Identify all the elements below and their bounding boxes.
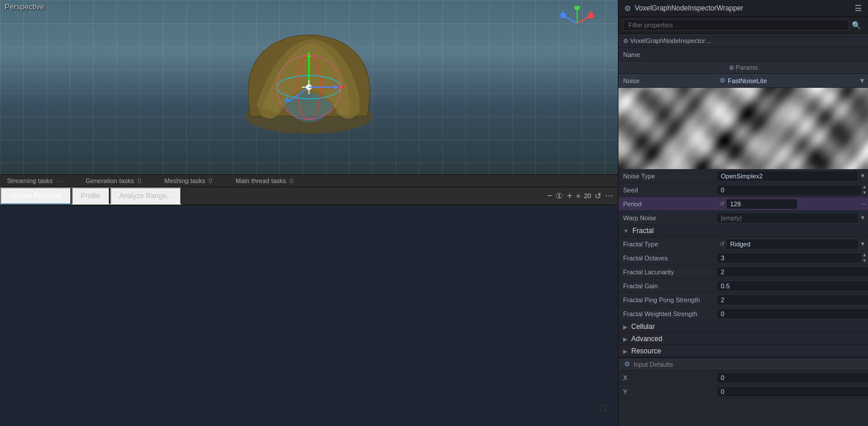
warp-noise-label: Warp Noise (618, 212, 717, 224)
x-label: X (618, 372, 717, 384)
analyze-range-tab[interactable]: Analyze Range... (110, 187, 182, 205)
seed-down[interactable]: ▼ (861, 190, 868, 196)
svg-text:Z: Z (561, 9, 564, 15)
generation-value: 0 (137, 177, 141, 184)
wrapper-name-text: VoxelGraphNodeInspectorWrapper (630, 37, 717, 44)
fractal-type-row: Fractal Type ↺ Ridged ▼ (618, 237, 868, 251)
noise-type-arrow[interactable]: ▼ (858, 173, 868, 179)
y-value: 0 (717, 387, 868, 396)
wrapper-row: ⚙ VoxelGraphNodeInspectorWrapper (618, 34, 868, 48)
seed-value: 0 ▲ ▼ (717, 184, 868, 196)
layout-icon[interactable]: ⌖ (576, 191, 581, 201)
period-number[interactable]: 128 (727, 199, 797, 209)
warp-noise-arrow[interactable]: ▼ (858, 214, 868, 221)
x-number[interactable]: 0 (717, 373, 868, 382)
noise-dropdown-arrow[interactable]: ▼ (856, 77, 868, 85)
fractal-arrow-icon: ▼ (623, 228, 629, 234)
noise-canvas (618, 88, 868, 169)
name-row: Name (618, 48, 868, 62)
main-thread-value: 0 (290, 177, 293, 184)
seed-number[interactable]: 0 (717, 185, 861, 195)
fractal-octaves-spinner[interactable]: ▲ ▼ (861, 252, 868, 264)
resource-section-header[interactable]: ▶ Resource (618, 345, 868, 357)
fractal-section-header[interactable]: ▼ Fractal (618, 225, 868, 237)
fractal-type-reset-icon[interactable]: ↺ (717, 241, 727, 247)
inspector-filter: 🔍 (618, 17, 868, 34)
zoom-value: 20 (584, 192, 591, 199)
inspector-title-text: VoxelGraphNodeInspectorWrapper (635, 4, 744, 12)
profile-tab[interactable]: Profile (72, 187, 110, 205)
x-value: 0 (717, 373, 868, 382)
toolbar-icons: − ① + ⌖ 20 ↺ ⋯ (542, 191, 618, 201)
fractal-weighted-number[interactable]: 0 (717, 309, 868, 318)
meshing-tasks: Meshing tasks 0 (165, 177, 212, 184)
svg-line-22 (564, 16, 577, 23)
period-row: Period ↺ 128 — (618, 197, 868, 211)
y-number[interactable]: 0 (717, 387, 868, 396)
noise-type-label: Noise Type (618, 170, 717, 182)
fractal-type-value: ↺ Ridged ▼ (717, 239, 868, 249)
meshing-label: Meshing tasks (165, 177, 205, 184)
inspector-settings-icon[interactable]: ☰ (855, 3, 862, 13)
noise-type-text: OpenSimplex2 (717, 171, 858, 181)
input-defaults-label: Input Defaults (634, 361, 673, 368)
minus-icon[interactable]: − (547, 191, 552, 201)
main-thread-tasks: Main thread tasks 0 (236, 177, 293, 184)
corner-marker: □ (600, 402, 606, 414)
viewport-label: Perspective (5, 2, 44, 11)
wrapper-icon: ⚙ (623, 38, 628, 44)
update-previews-tab[interactable]: Update Previews (0, 187, 72, 205)
x-row: X 0 (618, 371, 868, 385)
seed-spinner[interactable]: ▲ ▼ (861, 184, 868, 196)
plus-icon[interactable]: + (567, 191, 572, 201)
fractal-octaves-up[interactable]: ▲ (861, 252, 868, 258)
fractal-ping-pong-value: 2 (717, 295, 868, 305)
fractal-octaves-number[interactable]: 3 (717, 253, 861, 263)
period-label: Period (618, 198, 717, 210)
period-value: ↺ 128 — (717, 199, 868, 209)
seed-up[interactable]: ▲ (861, 184, 868, 190)
cellular-label: Cellular (631, 323, 655, 331)
viewport: Perspective X Y Z (0, 0, 618, 174)
fractal-weighted-label: Fractal Weighted Strength (618, 308, 717, 320)
fractal-label: Fractal (632, 227, 654, 235)
noise-type-row: Noise Type OpenSimplex2 ▼ (618, 169, 868, 183)
generation-label: Generation tasks (86, 177, 134, 184)
toolbar-strip: Update Previews Profile Analyze Range...… (0, 187, 618, 205)
fractal-type-text: Ridged (727, 239, 858, 249)
fractal-type-label: Fractal Type (618, 238, 717, 250)
noise-type-value: OpenSimplex2 ▼ (717, 171, 868, 181)
y-label: Y (618, 386, 717, 398)
filter-input[interactable] (623, 19, 849, 31)
main-thread-label: Main thread tasks (236, 177, 286, 184)
period-reset-icon[interactable]: ↺ (717, 201, 727, 207)
3d-mesh (233, 23, 385, 139)
streaming-value: - - (56, 177, 62, 184)
resource-label: Resource (631, 347, 661, 355)
node-connections (0, 205, 618, 426)
advanced-label: Advanced (631, 335, 662, 343)
fractal-weighted-value: 0 (717, 309, 868, 318)
streaming-label: Streaming tasks (7, 177, 53, 184)
node-graph[interactable]: InputY y InputX x InputZ (0, 205, 618, 426)
resource-arrow-icon: ▶ (623, 348, 628, 355)
cellular-section-header[interactable]: ▶ Cellular (618, 321, 868, 333)
svg-line-16 (577, 16, 590, 23)
fractal-octaves-row: Fractal Octaves 3 ▲ ▼ (618, 251, 868, 265)
noise-value-container: ⚙ FastNoiseLite ▼ (717, 77, 868, 85)
fractal-octaves-down[interactable]: ▼ (861, 258, 868, 264)
fractal-octaves-value: 3 ▲ ▼ (717, 252, 868, 264)
fractal-weighted-row: Fractal Weighted Strength 0 (618, 307, 868, 321)
fractal-type-arrow[interactable]: ▼ (858, 241, 868, 247)
fractal-ping-pong-number[interactable]: 2 (717, 295, 868, 305)
params-label: Params (736, 64, 758, 71)
fractal-gain-number[interactable]: 0.5 (717, 281, 868, 291)
inspector-gear-icon: ⚙ (624, 4, 631, 13)
one-icon[interactable]: ① (556, 191, 563, 201)
y-row: Y 0 (618, 385, 868, 399)
grid-icon[interactable]: ⋯ (605, 191, 613, 201)
reset-zoom-icon[interactable]: ↺ (595, 191, 602, 201)
fractal-lacunarity-number[interactable]: 2 (717, 267, 868, 277)
advanced-section-header[interactable]: ▶ Advanced (618, 333, 868, 345)
fractal-ping-pong-row: Fractal Ping Pong Strength 2 (618, 293, 868, 307)
